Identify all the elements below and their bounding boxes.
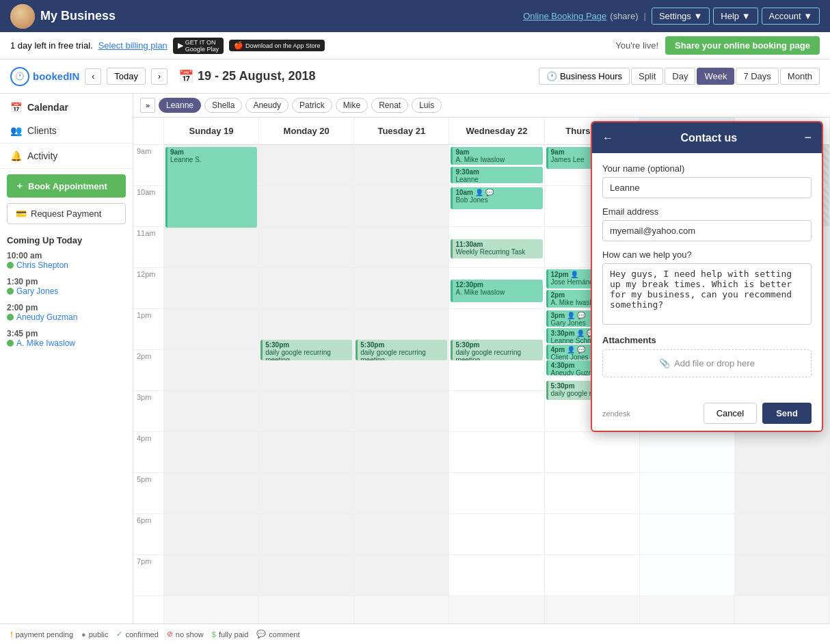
- slot[interactable]: [735, 473, 829, 514]
- slot[interactable]: [735, 432, 829, 473]
- modal-minimize-button[interactable]: −: [804, 131, 812, 145]
- slot[interactable]: [449, 391, 544, 432]
- slot[interactable]: [354, 186, 449, 227]
- email-input[interactable]: [602, 220, 812, 241]
- send-button[interactable]: Send: [762, 403, 812, 424]
- account-button[interactable]: Account ▼: [762, 8, 820, 25]
- slot[interactable]: [259, 514, 353, 555]
- settings-button[interactable]: Settings ▼: [652, 8, 710, 25]
- staff-chip-leanne[interactable]: Leanne: [159, 98, 201, 113]
- req-payment-label: Request Payment: [31, 209, 101, 219]
- slot[interactable]: [259, 391, 353, 432]
- slot[interactable]: [449, 473, 544, 514]
- slot[interactable]: [640, 555, 734, 596]
- prev-week-button[interactable]: ‹: [85, 68, 101, 85]
- help-textarea[interactable]: Hey guys, I need help with setting up my…: [602, 263, 812, 325]
- slot[interactable]: [354, 268, 449, 309]
- day-view-button[interactable]: Day: [665, 68, 695, 85]
- appt-name-4[interactable]: A. Mike Iwaslow: [7, 338, 126, 348]
- book-appointment-button[interactable]: ＋ Book Appointment: [7, 174, 126, 198]
- slot[interactable]: [640, 514, 734, 555]
- modal-back-button[interactable]: ←: [602, 132, 613, 144]
- appt-name-2[interactable]: Gary Jones: [7, 286, 126, 296]
- staff-chip-shella[interactable]: Shella: [204, 98, 242, 113]
- slot[interactable]: [449, 514, 544, 555]
- expand-staff-button[interactable]: »: [140, 98, 155, 113]
- comment-icon: 💬: [256, 630, 266, 639]
- staff-chip-renat[interactable]: Renat: [371, 98, 408, 113]
- split-view-button[interactable]: Split: [631, 68, 663, 85]
- slot[interactable]: [545, 432, 639, 473]
- google-play-badge[interactable]: ▶ GET IT ONGoogle Play: [173, 38, 224, 54]
- slot[interactable]: [354, 473, 449, 514]
- slot[interactable]: [640, 473, 734, 514]
- appointment-google-tuesday[interactable]: 5:30pm daily google recurring meeting: [356, 340, 447, 360]
- staff-chip-aneudy[interactable]: Aneudy: [245, 98, 289, 113]
- slot[interactable]: [259, 227, 353, 268]
- today-button[interactable]: Today: [107, 68, 146, 85]
- slot[interactable]: [735, 514, 829, 555]
- staff-chip-mike[interactable]: Mike: [336, 98, 368, 113]
- appointment-mike-1230[interactable]: 12:30pm A. Mike Iwaslow: [451, 280, 542, 302]
- app-store-badge[interactable]: 🍎 Download on the App Store: [229, 40, 325, 51]
- name-input[interactable]: [602, 177, 812, 198]
- slot[interactable]: [545, 473, 639, 514]
- appointment-google-wednesday[interactable]: 5:30pm daily google recurring meeting: [451, 340, 542, 360]
- appointment-leanne-930[interactable]: 9:30am Leanne: [451, 167, 542, 183]
- slot[interactable]: [164, 432, 258, 473]
- sidebar-activity[interactable]: 🔔 Activity: [0, 144, 133, 169]
- appointment-google-monday[interactable]: 5:30pm daily google recurring meeting: [260, 340, 352, 360]
- drop-zone[interactable]: 📎 Add file or drop here: [602, 349, 812, 377]
- slot[interactable]: [449, 555, 544, 596]
- appt-time-2: 1:30 pm: [7, 277, 126, 286]
- slot[interactable]: [164, 350, 258, 391]
- slot[interactable]: [354, 555, 449, 596]
- avatar[interactable]: [10, 4, 35, 29]
- business-hours-button[interactable]: 🕐 Business Hours: [539, 68, 630, 85]
- slot[interactable]: [354, 432, 449, 473]
- slot[interactable]: [545, 555, 639, 596]
- slot[interactable]: [354, 391, 449, 432]
- appointment-bob-jones[interactable]: 10am 👤 💬 Bob Jones: [451, 187, 542, 209]
- appt-name-3[interactable]: Aneudy Guzman: [7, 312, 126, 322]
- request-payment-button[interactable]: 💳 Request Payment: [7, 203, 126, 224]
- slot[interactable]: [164, 268, 258, 309]
- slot[interactable]: [164, 514, 258, 555]
- sidebar-clients[interactable]: 👥 Clients: [0, 118, 133, 144]
- slot[interactable]: [735, 555, 829, 596]
- slot[interactable]: [259, 432, 353, 473]
- month-view-button[interactable]: Month: [780, 68, 820, 85]
- slot[interactable]: [259, 555, 353, 596]
- staff-chip-patrick[interactable]: Patrick: [292, 98, 332, 113]
- appt-name-1[interactable]: Chris Shepton: [7, 260, 126, 270]
- slot[interactable]: [164, 473, 258, 514]
- billing-link[interactable]: Select billing plan: [98, 40, 168, 51]
- cancel-button[interactable]: Cancel: [704, 403, 757, 424]
- slot[interactable]: [259, 473, 353, 514]
- appointment-recurring-task[interactable]: 11:30am Weekly Recurring Task: [451, 239, 542, 258]
- week-view-button[interactable]: Week: [697, 68, 734, 85]
- seven-days-button[interactable]: 7 Days: [736, 68, 778, 85]
- slot[interactable]: [640, 432, 734, 473]
- help-button[interactable]: Help ▼: [713, 8, 758, 25]
- slot[interactable]: [164, 391, 258, 432]
- appointment-leanne-s[interactable]: 9am Leanne S.: [165, 147, 257, 228]
- slot[interactable]: [259, 268, 353, 309]
- slot[interactable]: [259, 186, 353, 227]
- slot[interactable]: [259, 145, 353, 186]
- slot[interactable]: [164, 227, 258, 268]
- share-booking-button[interactable]: Share your online booking page: [665, 36, 820, 55]
- nav-right: Online Booking Page (share) | Settings ▼…: [523, 8, 820, 25]
- slot[interactable]: [164, 309, 258, 350]
- sidebar-calendar[interactable]: 📅 Calendar: [0, 94, 133, 118]
- slot[interactable]: [449, 432, 544, 473]
- slot[interactable]: [354, 227, 449, 268]
- slot[interactable]: [354, 514, 449, 555]
- next-week-button[interactable]: ›: [151, 68, 168, 85]
- staff-chip-luis[interactable]: Luis: [412, 98, 442, 113]
- appointment-mike-9am[interactable]: 9am A. Mike Iwaslow: [451, 147, 542, 165]
- online-booking-link[interactable]: Online Booking Page: [523, 11, 606, 21]
- slot[interactable]: [164, 555, 258, 596]
- slot[interactable]: [354, 145, 449, 186]
- slot[interactable]: [545, 514, 639, 555]
